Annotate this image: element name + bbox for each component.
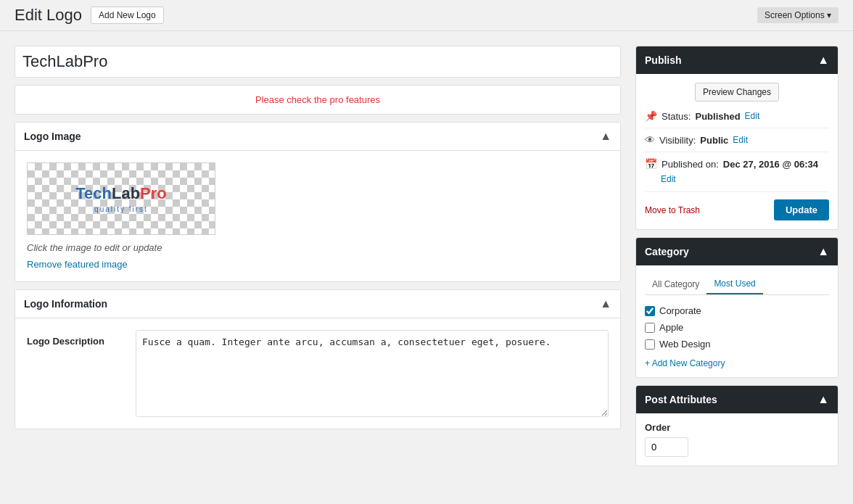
- logo-info-toggle-button[interactable]: ▲: [600, 297, 611, 310]
- status-row: 📌 Status: Published Edit: [645, 110, 829, 128]
- content-area: Please check the pro features Logo Image…: [15, 46, 621, 466]
- logo-info-panel-title: Logo Information: [24, 298, 107, 310]
- post-attr-toggle-button[interactable]: ▲: [817, 393, 829, 406]
- publish-panel: Publish ▲ Preview Changes 📌 Status: Publ…: [635, 46, 838, 230]
- logo-tagline: quality first: [75, 205, 167, 214]
- logo-image-panel-header: Logo Image ▲: [15, 123, 620, 151]
- main-layout: Please check the pro features Logo Image…: [0, 31, 853, 481]
- add-new-logo-button[interactable]: Add New Logo: [91, 7, 164, 24]
- logo-image-toggle-button[interactable]: ▲: [600, 130, 611, 143]
- post-attributes-panel: Post Attributes ▲ Order: [635, 385, 838, 466]
- logo-info-panel-header: Logo Information ▲: [15, 290, 620, 318]
- published-label: Published on:: [662, 159, 719, 170]
- remove-featured-image-link[interactable]: Remove featured image: [27, 259, 128, 270]
- category-list: Corporate Apple Web Design: [645, 302, 829, 352]
- category-panel-title: Category: [645, 246, 689, 257]
- visibility-label: Visibility:: [659, 135, 696, 146]
- description-label: Logo Description: [27, 330, 121, 347]
- pro-notice: Please check the pro features: [15, 85, 621, 115]
- status-edit-link[interactable]: Edit: [745, 111, 760, 121]
- page-header: Edit Logo Add New Logo Screen Options ▾: [0, 0, 853, 31]
- publish-panel-title: Publish: [645, 54, 682, 66]
- logo-image-panel-title: Logo Image: [24, 131, 81, 142]
- logo-image-panel-body: TechLabPro quality first Click the image…: [15, 151, 620, 281]
- publish-actions: Move to Trash Update: [645, 191, 829, 220]
- post-attr-panel-title: Post Attributes: [645, 394, 717, 405]
- title-box: [15, 46, 621, 78]
- page-title: Edit Logo: [15, 6, 82, 25]
- logo-pro-text: Pro: [140, 184, 167, 202]
- category-label-corporate[interactable]: Corporate: [659, 305, 701, 316]
- logo-image-preview[interactable]: TechLabPro quality first: [27, 162, 215, 235]
- publish-panel-header: Publish ▲: [636, 46, 838, 74]
- category-toggle-button[interactable]: ▲: [817, 245, 829, 258]
- title-input[interactable]: [22, 52, 613, 71]
- published-value: Dec 27, 2016 @ 06:34: [723, 159, 818, 170]
- preview-changes-button[interactable]: Preview Changes: [695, 83, 779, 102]
- description-row: Logo Description Fusce a quam. Integer a…: [27, 330, 609, 417]
- order-input[interactable]: [645, 437, 688, 457]
- logo-image-container: TechLabPro quality first: [27, 162, 215, 235]
- pushpin-icon: 📌: [645, 110, 657, 122]
- category-panel-body: All Category Most Used Corporate Apple W…: [636, 265, 838, 377]
- click-hint-text: Click the image to edit or update: [27, 242, 609, 253]
- status-value: Published: [695, 111, 740, 122]
- category-item-corporate: Corporate: [645, 302, 829, 319]
- update-button[interactable]: Update: [774, 199, 829, 220]
- publish-toggle-button[interactable]: ▲: [817, 54, 829, 67]
- logo-tech-text: Tech: [75, 184, 112, 202]
- status-label: Status:: [662, 111, 691, 122]
- calendar-icon: 📅: [645, 158, 657, 170]
- visibility-row: 👁 Visibility: Public Edit: [645, 134, 829, 152]
- sidebar: Publish ▲ Preview Changes 📌 Status: Publ…: [635, 46, 838, 466]
- pro-notice-text: Please check the pro features: [255, 94, 380, 105]
- category-checkbox-corporate[interactable]: [645, 306, 655, 316]
- add-new-category-link[interactable]: + Add New Category: [645, 358, 725, 368]
- category-checkbox-apple[interactable]: [645, 323, 655, 333]
- tab-all-category[interactable]: All Category: [645, 274, 706, 294]
- logo-inner: TechLabPro quality first: [75, 183, 167, 214]
- post-attr-panel-header: Post Attributes ▲: [636, 386, 838, 413]
- logo-lab-text: Lab: [112, 184, 140, 202]
- category-tabs: All Category Most Used: [645, 274, 829, 295]
- description-textarea[interactable]: Fusce a quam. Integer ante arcu, accumsa…: [136, 330, 609, 417]
- category-panel-header: Category ▲: [636, 238, 838, 265]
- logo-image-panel: Logo Image ▲ TechLabPro quality first Cl…: [15, 122, 621, 282]
- category-item-webdesign: Web Design: [645, 336, 829, 352]
- logo-text-line: TechLabPro: [75, 183, 167, 205]
- order-label: Order: [645, 422, 829, 433]
- logo-info-panel-body: Logo Description Fusce a quam. Integer a…: [15, 318, 620, 429]
- category-label-webdesign[interactable]: Web Design: [659, 339, 711, 350]
- category-item-apple: Apple: [645, 319, 829, 336]
- category-checkbox-webdesign[interactable]: [645, 339, 655, 350]
- category-panel: Category ▲ All Category Most Used Corpor…: [635, 237, 838, 378]
- tab-most-used[interactable]: Most Used: [706, 274, 762, 294]
- eye-icon: 👁: [645, 134, 655, 146]
- visibility-edit-link[interactable]: Edit: [733, 135, 748, 145]
- screen-options-button[interactable]: Screen Options ▾: [757, 7, 838, 23]
- published-edit-link[interactable]: Edit: [661, 174, 676, 184]
- visibility-value: Public: [700, 135, 728, 146]
- published-row: 📅 Published on: Dec 27, 2016 @ 06:34 Edi…: [645, 158, 829, 184]
- logo-info-panel: Logo Information ▲ Logo Description Fusc…: [15, 289, 621, 429]
- publish-panel-body: Preview Changes 📌 Status: Published Edit…: [636, 74, 838, 229]
- category-label-apple[interactable]: Apple: [659, 322, 683, 333]
- post-attr-panel-body: Order: [636, 413, 838, 466]
- trash-link[interactable]: Move to Trash: [645, 205, 700, 215]
